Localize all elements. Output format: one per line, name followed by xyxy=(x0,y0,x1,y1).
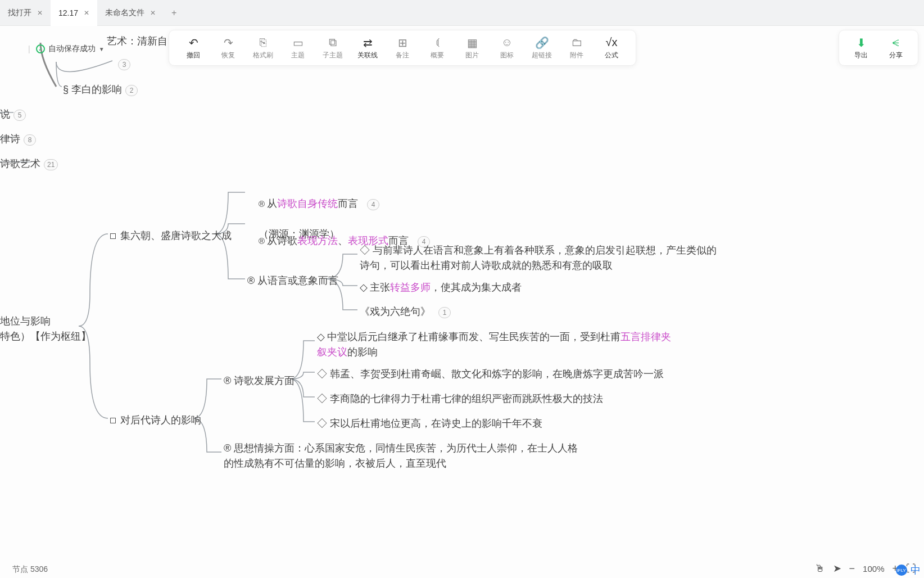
connectors xyxy=(0,26,924,578)
close-icon[interactable]: ✕ xyxy=(150,9,156,17)
ime-indicator[interactable]: iFLY 中 xyxy=(896,563,921,577)
node-h1[interactable]: ® 诗歌发展方面 xyxy=(224,373,295,389)
node-art-fragment[interactable]: 艺术：清新自 xyxy=(107,34,167,49)
node-r3c[interactable]: 《戏为六绝句》1 xyxy=(360,304,451,319)
node-count: 节点 5306 xyxy=(12,565,48,575)
node-lvshi[interactable]: 律诗8 xyxy=(0,132,36,147)
node-root[interactable]: 地位与影响 特色）【作为枢纽】 xyxy=(0,314,91,344)
tab-0[interactable]: 找打开✕ xyxy=(0,0,51,26)
close-icon[interactable]: ✕ xyxy=(37,9,43,17)
caret-down-icon: ▼ xyxy=(99,46,105,52)
node-h1a[interactable]: ◇中堂以后元白继承了杜甫缘事而发、写生民疾苦的一面，受到杜甫五言排律夹 叙夹议的… xyxy=(317,329,671,360)
mouse-icon[interactable]: 🖱 xyxy=(815,563,825,575)
autosave-status[interactable]: | ✓ 自动保存成功 ▼ xyxy=(28,44,105,54)
tab-label: 找打开 xyxy=(8,8,31,18)
check-icon: ✓ xyxy=(36,44,45,53)
zoom-level: 100% xyxy=(863,564,884,574)
tab-bar: 找打开✕ 12.17✕ 未命名文件✕ + xyxy=(0,0,924,26)
node-shuo[interactable]: 说5 xyxy=(0,107,26,122)
node-h2[interactable]: ® 思想情操方面：心系国家安危，同情生民疾苦，为历代士人崇仰，在士人人格 的性成… xyxy=(224,441,578,471)
node-r3b[interactable]: ◇主张转益多师，使其成为集大成者 xyxy=(360,280,522,295)
autosave-label: 自动保存成功 xyxy=(48,44,96,54)
ifly-icon: iFLY xyxy=(896,565,907,576)
node-h1d[interactable]: ◇ 宋以后杜甫地位更高，在诗史上的影响千年不衰 xyxy=(317,416,542,431)
add-tab-button[interactable]: + xyxy=(164,8,184,18)
node-h1b[interactable]: ◇ 韩孟、李贺受到杜甫奇崛、散文化和炼字的影响，在晚唐炼字更成苦吟一派 xyxy=(317,367,664,382)
mindmap-canvas[interactable]: 艺术：清新自 3 § 李白的影响2 说5 律诗8 诗歌艺术21 地位与影响 特色… xyxy=(0,26,924,556)
close-icon[interactable]: ✕ xyxy=(84,9,89,17)
node-r3a[interactable]: ◇ 与前辈诗人在语言和意象上有着各种联系，意象的启发引起联想，产生类似的 诗句，… xyxy=(360,243,717,273)
node-houdai[interactable]: 对后代诗人的影响 xyxy=(110,413,201,428)
bullet-icon xyxy=(110,418,116,423)
node-h1c[interactable]: ◇ 李商隐的七律得力于杜甫七律的组织严密而跳跃性极大的技法 xyxy=(317,391,603,407)
tab-1[interactable]: 12.17✕ xyxy=(51,0,97,26)
compass-icon[interactable]: ➤ xyxy=(833,562,841,575)
node-badge-3[interactable]: 3 xyxy=(115,56,130,71)
node-r3[interactable]: ® 从语言或意象而言 xyxy=(247,273,338,288)
bullet-icon xyxy=(110,233,116,239)
node-libai[interactable]: § 李白的影响2 xyxy=(63,82,138,97)
node-jiliuchao[interactable]: 集六朝、盛唐诗歌之大成 xyxy=(110,228,232,243)
tab-label: 12.17 xyxy=(58,8,78,17)
node-shigeart[interactable]: 诗歌艺术21 xyxy=(0,156,58,171)
ime-mode: 中 xyxy=(911,563,921,577)
tab-2[interactable]: 未命名文件✕ xyxy=(97,0,164,26)
tab-label: 未命名文件 xyxy=(105,8,144,18)
zoom-out-button[interactable]: − xyxy=(849,563,855,575)
